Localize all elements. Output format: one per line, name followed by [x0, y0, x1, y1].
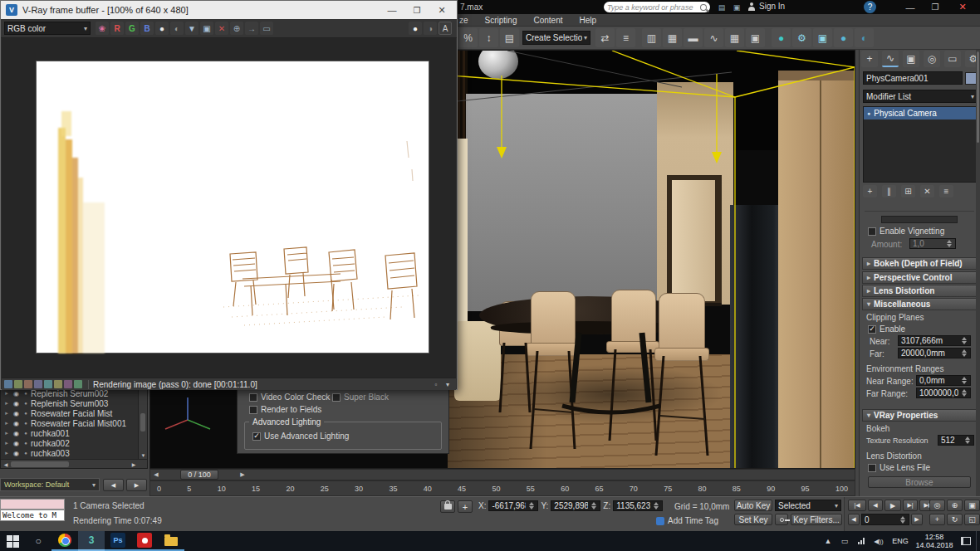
visibility-eye-icon[interactable]: ◉: [12, 400, 21, 407]
tray-app-icon[interactable]: ▭: [836, 531, 853, 551]
z-coordinate-field[interactable]: 1135,623: [613, 500, 663, 511]
vfb-dock-icon[interactable]: ▫: [430, 381, 442, 388]
amount-field[interactable]: 1,0: [909, 238, 956, 249]
use-lens-file-checkbox[interactable]: [868, 464, 876, 472]
texture-resolution-field[interactable]: 512: [938, 435, 974, 446]
maximize-button[interactable]: ❐: [924, 0, 947, 14]
clipping-enable-checkbox[interactable]: [868, 325, 876, 334]
pan-view-icon[interactable]: +: [929, 514, 945, 525]
vfb-minimize-icon[interactable]: —: [382, 2, 402, 17]
scroll-left-icon[interactable]: ◀: [1, 461, 11, 467]
3dsmax-taskbar-icon[interactable]: 3: [78, 531, 105, 551]
percent-snap-icon[interactable]: %: [458, 28, 478, 47]
close-button[interactable]: ✕: [950, 0, 975, 14]
menu-item[interactable]: Help: [580, 16, 597, 25]
vfb-mini-icon-2[interactable]: [14, 380, 22, 388]
next-frame-button[interactable]: ▶|: [903, 500, 918, 511]
tray-expand-icon[interactable]: ▲: [820, 531, 836, 551]
remove-modifier-icon[interactable]: ✕: [920, 185, 934, 197]
scene-explorer-item[interactable]: ▸ ◉ ● ruchka003: [2, 448, 139, 458]
vfb-close-icon[interactable]: ✕: [432, 2, 452, 17]
add-time-tag[interactable]: Add Time Tag: [656, 516, 718, 525]
vfb-mini-icon-8[interactable]: [74, 380, 82, 388]
super-black-checkbox[interactable]: [332, 393, 341, 402]
modifier-stack[interactable]: ● Physical Camera: [863, 106, 978, 183]
use-lens-file-row[interactable]: Use Lens File: [868, 463, 930, 472]
help-icon[interactable]: ?: [864, 1, 876, 13]
vfb-mini-icon-4[interactable]: [34, 380, 42, 388]
key-mode-icon[interactable]: [775, 514, 788, 525]
visibility-eye-icon[interactable]: ◉: [12, 450, 21, 457]
maxscript-mini-listener[interactable]: Welcome to M: [0, 510, 65, 521]
scene-explorer-item[interactable]: ▸ ◉ ● ruchka001: [2, 428, 139, 438]
time-slider[interactable]: ◀ 0 / 100 ▶: [149, 469, 855, 480]
video-color-check-checkbox[interactable]: [249, 393, 257, 402]
align-icon[interactable]: ≡: [616, 28, 635, 47]
show-desktop-button[interactable]: [976, 531, 980, 551]
network-icon[interactable]: [853, 531, 870, 551]
rollout-miscellaneous[interactable]: Miscellaneous: [862, 298, 978, 310]
scene-explorer-item[interactable]: ▸ ◉ ● Rosewater Facial Mist001: [2, 418, 139, 428]
vfb-title-bar[interactable]: V V-Ray frame buffer - [100% of 640 x 48…: [1, 1, 457, 19]
volume-icon[interactable]: ◀)): [870, 531, 888, 551]
orbit-icon[interactable]: ↻: [947, 514, 963, 525]
browse-button[interactable]: Browse: [868, 476, 971, 488]
rendered-frame-window-icon[interactable]: ▣: [813, 28, 832, 47]
render-production-icon[interactable]: ●: [834, 28, 853, 47]
far-field[interactable]: 20000,0mm: [898, 348, 971, 358]
language-indicator[interactable]: ENG: [888, 531, 913, 551]
search-box[interactable]: [604, 2, 710, 12]
previous-frame-button[interactable]: ◀: [868, 500, 883, 511]
named-selection-sets-icon[interactable]: ▤: [500, 28, 519, 47]
red-app-taskbar-icon[interactable]: [131, 531, 158, 551]
go-to-start-button[interactable]: |◀: [848, 500, 866, 511]
maximize-viewport-icon[interactable]: ◱: [964, 514, 980, 525]
green-channel-icon[interactable]: G: [125, 22, 139, 35]
slider-prev-icon[interactable]: ◀: [152, 471, 160, 479]
configure-modifier-sets-icon[interactable]: ≡: [939, 185, 953, 197]
zoom-icon[interactable]: ◎: [929, 500, 945, 511]
app-menu-icon[interactable]: ▤: [716, 2, 728, 12]
frame-forward-button[interactable]: ▶: [911, 514, 923, 525]
selection-set-key-dropdown[interactable]: Selected▾: [775, 500, 841, 511]
color-corrections-icon[interactable]: ❀: [96, 22, 109, 35]
selection-set-dropdown[interactable]: Create Selection Se▾: [522, 31, 590, 45]
trackbar-prev-button[interactable]: ◀: [103, 479, 124, 491]
red-channel-icon[interactable]: R: [110, 22, 124, 35]
curve-editor-icon[interactable]: ∿: [704, 28, 723, 47]
show-end-result-icon[interactable]: ∥: [882, 185, 896, 197]
rollout-vray-properties[interactable]: VRay Properties: [862, 409, 978, 422]
vfb-channel-dropdown[interactable]: RGB color▾: [4, 22, 91, 35]
track-mouse-icon[interactable]: →: [245, 22, 258, 35]
vfb-mini-icon-5[interactable]: [44, 380, 52, 388]
use-advanced-lighting-row[interactable]: Use Advanced Lighting: [252, 432, 349, 441]
layer-explorer-toggle-icon[interactable]: ▦: [663, 28, 682, 47]
blue-channel-icon[interactable]: B: [140, 22, 154, 35]
object-name-field[interactable]: PhysCamera001: [863, 71, 963, 85]
make-unique-icon[interactable]: ⊞: [901, 185, 915, 197]
menu-item[interactable]: ze: [459, 16, 468, 25]
dope-sheet-icon[interactable]: ▦: [725, 28, 744, 47]
vscroll-thumb[interactable]: [140, 413, 145, 432]
render-to-fields-row[interactable]: Render to Fields: [249, 405, 321, 414]
load-image-icon[interactable]: ▣: [200, 22, 213, 35]
create-tab-icon[interactable]: +: [861, 51, 878, 67]
scene-explorer-item[interactable]: ▸ ◉ ● ruchka002: [2, 438, 139, 448]
sign-in-button[interactable]: Sign In: [747, 2, 785, 11]
visibility-eye-icon[interactable]: ◉: [12, 420, 21, 427]
render-iterative-icon[interactable]: ◐: [855, 28, 874, 47]
scene-explorer-item[interactable]: ▸ ◉ ● Replenish Serum003: [2, 398, 139, 408]
workspace-dropdown[interactable]: Workspace: Default ▾: [0, 478, 100, 491]
visibility-eye-icon[interactable]: ◉: [12, 410, 21, 417]
notifications-icon[interactable]: ▣: [731, 2, 742, 12]
render-to-fields-checkbox[interactable]: [249, 406, 257, 414]
panel-scroll-thumb[interactable]: [977, 51, 979, 143]
selection-lock-icon[interactable]: [440, 500, 455, 513]
search-icon[interactable]: [700, 4, 707, 11]
clear-image-icon[interactable]: ✕: [215, 22, 228, 35]
menu-item[interactable]: Content: [533, 16, 562, 25]
play-button[interactable]: ▶: [884, 500, 901, 511]
vfb-mini-icon-3[interactable]: [24, 380, 32, 388]
vfb-mini-icon-1[interactable]: [4, 380, 12, 388]
super-black-row[interactable]: Super Black: [332, 393, 389, 402]
